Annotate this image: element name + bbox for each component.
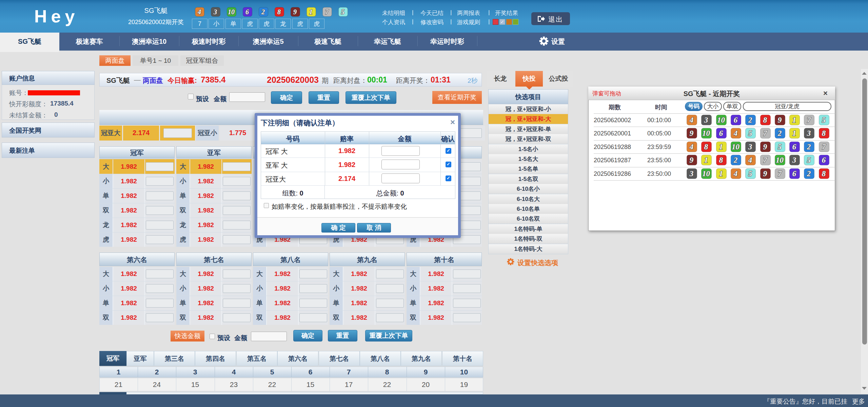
- svg-text:10: 10: [228, 8, 235, 16]
- svg-text:3: 3: [689, 169, 694, 178]
- svg-text:7: 7: [763, 156, 767, 164]
- svg-text:2: 2: [777, 129, 782, 137]
- svg-text:9: 9: [763, 143, 767, 151]
- svg-text:5: 5: [822, 116, 826, 124]
- svg-text:1: 1: [309, 8, 313, 16]
- svg-text:1: 1: [719, 143, 723, 151]
- svg-text:8: 8: [822, 169, 826, 178]
- svg-text:8: 8: [822, 129, 826, 137]
- svg-text:7: 7: [778, 169, 782, 178]
- svg-text:5: 5: [748, 169, 752, 178]
- svg-text:9: 9: [293, 8, 297, 16]
- svg-text:1: 1: [719, 169, 723, 178]
- svg-text:6: 6: [719, 129, 723, 137]
- svg-text:9: 9: [763, 169, 767, 178]
- svg-text:4: 4: [197, 8, 201, 16]
- svg-text:3: 3: [807, 129, 811, 137]
- svg-text:8: 8: [719, 156, 723, 164]
- svg-text:5: 5: [778, 143, 782, 151]
- svg-text:2: 2: [733, 156, 738, 164]
- svg-text:5: 5: [748, 129, 752, 137]
- svg-text:10: 10: [702, 129, 710, 137]
- svg-text:3: 3: [792, 156, 796, 164]
- svg-text:2: 2: [807, 143, 811, 151]
- svg-text:8: 8: [763, 116, 767, 124]
- svg-text:5: 5: [341, 8, 344, 16]
- svg-text:2: 2: [807, 169, 811, 178]
- svg-text:7: 7: [325, 8, 329, 16]
- svg-text:7: 7: [807, 116, 811, 124]
- svg-text:1: 1: [792, 116, 796, 124]
- svg-text:6: 6: [245, 8, 249, 16]
- svg-text:6: 6: [792, 143, 796, 151]
- svg-text:4: 4: [733, 129, 738, 137]
- svg-text:6: 6: [822, 156, 826, 164]
- svg-text:3: 3: [213, 8, 217, 16]
- svg-text:6: 6: [734, 116, 738, 124]
- svg-text:10: 10: [717, 116, 725, 124]
- svg-text:2: 2: [748, 116, 752, 124]
- svg-text:5: 5: [807, 156, 811, 164]
- svg-text:9: 9: [778, 116, 782, 124]
- svg-text:3: 3: [704, 116, 708, 124]
- svg-text:8: 8: [704, 143, 708, 151]
- svg-text:7: 7: [763, 129, 767, 137]
- svg-text:10: 10: [776, 156, 784, 164]
- svg-text:9: 9: [690, 156, 694, 164]
- svg-text:6: 6: [792, 169, 796, 178]
- svg-text:1: 1: [792, 129, 796, 137]
- svg-text:7: 7: [822, 143, 826, 151]
- svg-text:3: 3: [748, 143, 752, 151]
- svg-text:9: 9: [690, 129, 694, 137]
- svg-text:4: 4: [689, 143, 694, 151]
- svg-text:4: 4: [748, 156, 752, 164]
- svg-text:4: 4: [733, 169, 738, 178]
- svg-text:8: 8: [277, 8, 281, 16]
- svg-text:10: 10: [702, 169, 710, 178]
- svg-text:4: 4: [689, 116, 694, 124]
- svg-text:10: 10: [732, 143, 740, 151]
- svg-text:2: 2: [261, 8, 265, 16]
- svg-text:1: 1: [704, 156, 708, 164]
